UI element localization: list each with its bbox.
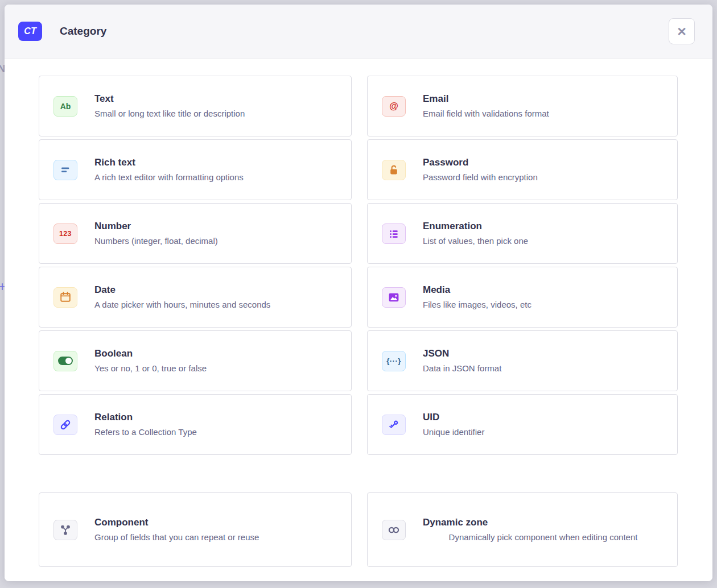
key-icon bbox=[382, 415, 406, 435]
field-card-title: Rich text bbox=[94, 156, 337, 168]
field-card-date[interactable]: Date A date picker with hours, minutes a… bbox=[39, 267, 352, 328]
advanced-fields-grid: Component Group of fields that you can r… bbox=[39, 492, 678, 567]
field-card-enumeration[interactable]: Enumeration List of values, then pick on… bbox=[367, 203, 678, 264]
field-card-description: Small or long text like title or descrip… bbox=[94, 108, 337, 119]
field-card-boolean[interactable]: Boolean Yes or no, 1 or 0, true or false bbox=[39, 330, 352, 391]
field-card-title: Enumeration bbox=[423, 220, 664, 232]
card-text: Email Email field with validations forma… bbox=[423, 93, 664, 119]
card-text: Dynamic zone Dynamically pick component … bbox=[423, 516, 664, 543]
field-card-title: Date bbox=[94, 284, 337, 296]
field-card-password[interactable]: Password Password field with encryption bbox=[367, 139, 678, 200]
field-card-description: Refers to a Collection Type bbox=[94, 426, 337, 438]
collection-type-badge: CT bbox=[18, 22, 42, 41]
field-card-richtext[interactable]: Rich text A rich text editor with format… bbox=[39, 139, 352, 200]
picture-icon bbox=[382, 287, 406, 308]
default-fields-grid: Ab Text Small or long text like title or… bbox=[39, 76, 678, 455]
card-text: JSON Data in JSON format bbox=[423, 347, 664, 374]
field-card-relation[interactable]: Relation Refers to a Collection Type bbox=[39, 394, 352, 455]
field-card-description: A date picker with hours, minutes and se… bbox=[94, 299, 337, 310]
lock-open-icon bbox=[382, 160, 406, 180]
field-card-dynamiczone[interactable]: Dynamic zone Dynamically pick component … bbox=[367, 492, 678, 567]
field-card-title: Text bbox=[94, 93, 337, 105]
field-card-description: Unique identifier bbox=[423, 426, 664, 438]
field-card-description: Group of fields that you can repeat or r… bbox=[94, 532, 337, 543]
field-type-picker-modal: CT Category ✕ Ab Text Small or long text… bbox=[5, 5, 712, 581]
field-card-title: Number bbox=[94, 220, 337, 232]
number-123-icon: 123 bbox=[53, 223, 77, 244]
card-text: Rich text A rich text editor with format… bbox=[94, 156, 337, 183]
field-card-title: Boolean bbox=[94, 347, 337, 359]
field-card-title: Password bbox=[423, 156, 664, 168]
field-card-title: Email bbox=[423, 93, 664, 105]
close-icon: ✕ bbox=[677, 26, 687, 38]
modal-body: Ab Text Small or long text like title or… bbox=[5, 59, 712, 581]
field-card-description: Email field with validations format bbox=[423, 108, 664, 119]
field-card-description: List of values, then pick one bbox=[423, 235, 664, 247]
close-button[interactable]: ✕ bbox=[669, 18, 695, 44]
card-text: Date A date picker with hours, minutes a… bbox=[94, 284, 337, 310]
card-text: Boolean Yes or no, 1 or 0, true or false bbox=[94, 347, 337, 374]
card-text: Password Password field with encryption bbox=[423, 156, 664, 183]
field-card-description: Yes or no, 1 or 0, true or false bbox=[94, 363, 337, 374]
field-card-description: Data in JSON format bbox=[423, 363, 664, 374]
field-card-description: Dynamically pick component when editing … bbox=[449, 532, 638, 543]
bullet-list-icon bbox=[382, 223, 406, 244]
field-card-title: Relation bbox=[94, 411, 337, 423]
card-text: Relation Refers to a Collection Type bbox=[94, 411, 337, 438]
field-card-title: Dynamic zone bbox=[423, 516, 664, 528]
field-card-title: Component bbox=[94, 516, 337, 528]
field-card-media[interactable]: Media Files like images, videos, etc bbox=[367, 267, 678, 328]
modal-title: Category bbox=[60, 25, 106, 38]
card-text: Media Files like images, videos, etc bbox=[423, 284, 664, 310]
toggle-on-icon bbox=[53, 351, 77, 371]
branch-icon bbox=[53, 520, 77, 540]
field-card-title: UID bbox=[423, 411, 664, 423]
modal-header: CT Category ✕ bbox=[5, 5, 712, 59]
card-text: Number Numbers (integer, float, decimal) bbox=[94, 220, 337, 247]
at-icon: @ bbox=[382, 96, 406, 117]
field-card-description: Files like images, videos, etc bbox=[423, 299, 664, 310]
field-card-text[interactable]: Ab Text Small or long text like title or… bbox=[39, 76, 352, 136]
field-card-component[interactable]: Component Group of fields that you can r… bbox=[39, 492, 352, 567]
field-card-title: JSON bbox=[423, 347, 664, 359]
link-icon bbox=[53, 415, 77, 435]
field-card-uid[interactable]: UID Unique identifier bbox=[367, 394, 678, 455]
card-text: Component Group of fields that you can r… bbox=[94, 516, 337, 543]
field-card-description: Password field with encryption bbox=[423, 172, 664, 183]
field-card-description: A rich text editor with formatting optio… bbox=[94, 172, 337, 183]
field-card-number[interactable]: 123 Number Numbers (integer, float, deci… bbox=[39, 203, 352, 264]
calendar-icon bbox=[53, 287, 77, 308]
card-text: Text Small or long text like title or de… bbox=[94, 93, 337, 119]
field-card-email[interactable]: @ Email Email field with validations for… bbox=[367, 76, 678, 136]
align-left-icon bbox=[53, 160, 77, 180]
infinity-icon bbox=[382, 520, 406, 540]
field-card-description: Numbers (integer, float, decimal) bbox=[94, 235, 337, 247]
json-braces-icon: {···} bbox=[382, 351, 406, 371]
card-text: UID Unique identifier bbox=[423, 411, 664, 438]
card-text: Enumeration List of values, then pick on… bbox=[423, 220, 664, 247]
field-card-title: Media bbox=[423, 284, 664, 296]
field-card-json[interactable]: {···} JSON Data in JSON format bbox=[367, 330, 678, 391]
ab-icon: Ab bbox=[53, 96, 77, 117]
